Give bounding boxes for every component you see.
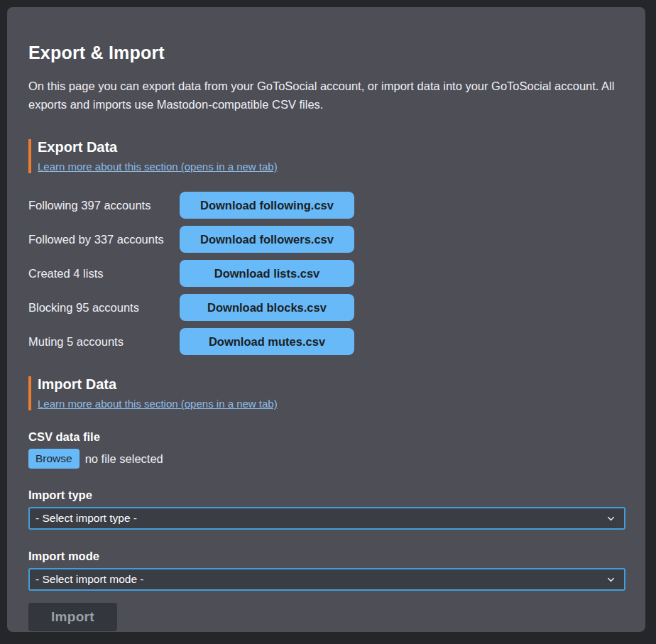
import-type-selected-value: - Select import type -	[35, 512, 137, 525]
export-row: Muting 5 accounts Download mutes.csv	[28, 328, 625, 355]
export-row: Blocking 95 accounts Download blocks.csv	[28, 294, 625, 321]
csv-file-input: Browse no file selected	[28, 449, 625, 469]
browse-button[interactable]: Browse	[28, 449, 80, 469]
export-learn-more-link[interactable]: Learn more about this section (opens in …	[38, 160, 278, 173]
import-section-header: Import Data Learn more about this sectio…	[28, 376, 625, 410]
export-row-label: Following 397 accounts	[28, 199, 180, 212]
export-row: Followed by 337 accounts Download follow…	[28, 226, 625, 253]
export-section-header: Export Data Learn more about this sectio…	[28, 139, 625, 173]
export-row-label: Blocking 95 accounts	[28, 301, 180, 315]
import-section-title: Import Data	[38, 376, 625, 393]
csv-file-label: CSV data file	[28, 430, 625, 444]
download-blocks-button[interactable]: Download blocks.csv	[180, 294, 354, 321]
download-mutes-button[interactable]: Download mutes.csv	[180, 328, 354, 355]
import-mode-label: Import mode	[28, 550, 625, 563]
export-row: Following 397 accounts Download followin…	[28, 192, 625, 219]
export-row: Created 4 lists Download lists.csv	[28, 260, 625, 287]
file-status-text: no file selected	[85, 452, 163, 466]
import-submit-button[interactable]: Import	[28, 603, 117, 631]
export-section-title: Export Data	[38, 139, 625, 155]
download-following-button[interactable]: Download following.csv	[180, 192, 354, 219]
chevron-down-icon	[606, 575, 616, 584]
import-learn-more-link[interactable]: Learn more about this section (opens in …	[38, 398, 278, 410]
export-row-label: Created 4 lists	[28, 267, 180, 280]
page-title: Export & Import	[28, 43, 625, 63]
export-rows: Following 397 accounts Download followin…	[28, 192, 625, 355]
import-mode-selected-value: - Select import mode -	[35, 573, 143, 586]
chevron-down-icon	[606, 514, 616, 523]
export-import-panel: Export & Import On this page you can exp…	[7, 7, 645, 632]
page-description: On this page you can export data from yo…	[28, 77, 625, 114]
import-type-select[interactable]: - Select import type -	[28, 507, 625, 530]
import-mode-select[interactable]: - Select import mode -	[28, 568, 625, 591]
download-lists-button[interactable]: Download lists.csv	[180, 260, 354, 287]
download-followers-button[interactable]: Download followers.csv	[180, 226, 354, 253]
export-row-label: Followed by 337 accounts	[28, 233, 180, 246]
export-row-label: Muting 5 accounts	[28, 335, 180, 349]
import-type-label: Import type	[28, 489, 625, 502]
